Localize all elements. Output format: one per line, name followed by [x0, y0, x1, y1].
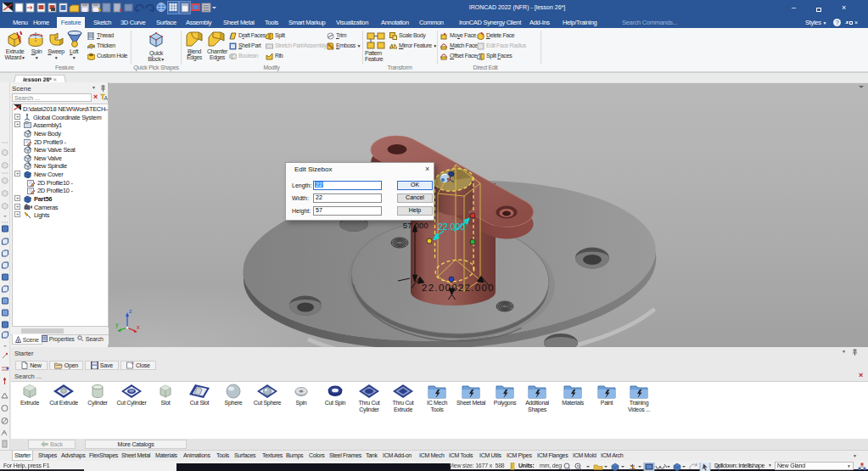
svg-text:x: x — [137, 324, 140, 330]
svg-text:22.00022.000: 22.00022.000 — [422, 283, 495, 293]
svg-text:22.000: 22.000 — [438, 221, 465, 232]
svg-text:y: y — [115, 322, 119, 328]
svg-text:z: z — [129, 308, 132, 314]
svg-text:57.000: 57.000 — [403, 221, 428, 230]
